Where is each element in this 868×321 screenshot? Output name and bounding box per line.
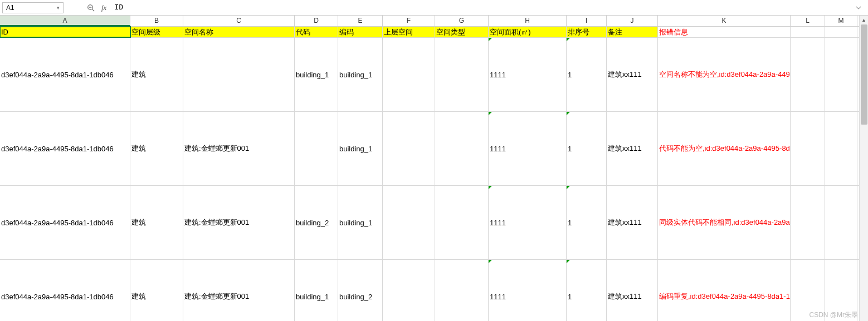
zoom-out-icon[interactable] xyxy=(86,3,96,13)
error-indicator-icon xyxy=(567,186,570,189)
data-cell[interactable] xyxy=(825,38,857,111)
name-box[interactable]: A1 ▾ xyxy=(2,2,64,13)
data-cell[interactable]: 空间名称不能为空,id:d3ef044a-2a9a-4495-8da1-1db0… xyxy=(658,38,791,111)
data-cell[interactable]: 建筑 xyxy=(130,186,183,259)
data-cell[interactable] xyxy=(435,260,489,321)
column-header-C[interactable]: C xyxy=(183,16,295,26)
cell-text: 编码 xyxy=(339,27,354,37)
cell-text: d3ef044a-2a9a-4495-8da1-1db046 xyxy=(1,71,114,79)
data-cell[interactable]: 建筑xx111 xyxy=(607,260,658,321)
column-header-H[interactable]: H xyxy=(489,16,567,26)
data-cell[interactable]: 1111 xyxy=(489,38,567,111)
data-cell[interactable]: d3ef044a-2a9a-4495-8da1-1db046 xyxy=(0,186,130,259)
header-cell[interactable]: 备注 xyxy=(607,27,658,37)
cell-text: 建筑xx111 xyxy=(608,144,642,154)
data-cell[interactable]: building_1 xyxy=(295,260,338,321)
table-row: d3ef044a-2a9a-4495-8da1-1db046建筑建筑:金螳螂更新… xyxy=(0,260,859,321)
fx-label[interactable]: fx xyxy=(101,3,106,12)
formula-expand-icon[interactable] xyxy=(854,3,864,13)
cell-text: 建筑:金螳螂更新001 xyxy=(184,292,249,302)
data-cell[interactable]: 编码重复,id:d3ef044a-2a9a-4495-8da1-1db04e13… xyxy=(658,260,791,321)
data-cell[interactable] xyxy=(435,112,489,185)
data-cell[interactable] xyxy=(435,186,489,259)
data-cell[interactable]: d3ef044a-2a9a-4495-8da1-1db046 xyxy=(0,38,130,111)
data-cell[interactable]: 1111 xyxy=(489,260,567,321)
cell-text: 空间名称 xyxy=(184,27,213,37)
data-cell[interactable] xyxy=(825,186,857,259)
column-header-B[interactable]: B xyxy=(130,16,183,26)
header-cell[interactable]: 上层空间 xyxy=(383,27,435,37)
vertical-scrollbar[interactable]: ▲ xyxy=(859,16,868,321)
data-cell[interactable]: 代码不能为空,id:d3ef044a-2a9a-4495-8da1-1db04e… xyxy=(658,112,791,185)
column-header-E[interactable]: E xyxy=(338,16,383,26)
data-cell[interactable]: 1111 xyxy=(489,112,567,185)
scroll-thumb[interactable] xyxy=(861,24,867,125)
data-cell[interactable]: 建筑xx111 xyxy=(607,38,658,111)
header-cell[interactable]: 空间名称 xyxy=(183,27,295,37)
data-cell[interactable]: 建筑xx111 xyxy=(607,112,658,185)
header-cell[interactable]: 报错信息 xyxy=(658,27,791,37)
column-headers: ABCDEFGHIJKLM xyxy=(0,16,859,27)
data-cell[interactable]: 建筑:金螳螂更新001 xyxy=(183,186,295,259)
data-cell[interactable]: 1 xyxy=(567,260,607,321)
column-header-K[interactable]: K xyxy=(658,16,791,26)
data-cell[interactable] xyxy=(791,112,825,185)
column-header-A[interactable]: A xyxy=(0,16,130,26)
data-cell[interactable]: 建筑 xyxy=(130,38,183,111)
scroll-up-icon[interactable]: ▲ xyxy=(860,16,868,24)
data-cell[interactable] xyxy=(183,38,295,111)
header-cell[interactable]: 空间面积(㎡) xyxy=(489,27,567,37)
column-header-L[interactable]: L xyxy=(791,16,825,26)
data-cell[interactable]: 建筑:金螳螂更新001 xyxy=(183,112,295,185)
data-cell[interactable] xyxy=(295,112,338,185)
data-cell[interactable] xyxy=(791,186,825,259)
data-cell[interactable] xyxy=(825,112,857,185)
cell-text: d3ef044a-2a9a-4495-8da1-1db046 xyxy=(1,145,114,153)
data-cell[interactable]: 同级实体代码不能相同,id:d3ef044a-2a9a-4495-8da1-1d… xyxy=(658,186,791,259)
data-cell[interactable] xyxy=(383,186,435,259)
cell-text: 1111 xyxy=(490,293,506,301)
cell-text: building_1 xyxy=(296,293,329,301)
column-header-G[interactable]: G xyxy=(435,16,489,26)
data-cell[interactable]: 建筑 xyxy=(130,260,183,321)
data-cell[interactable]: building_1 xyxy=(338,186,383,259)
data-cell[interactable] xyxy=(435,38,489,111)
header-cell[interactable]: 排序号 xyxy=(567,27,607,37)
header-cell[interactable]: 编码 xyxy=(338,27,383,37)
header-cell[interactable]: ID xyxy=(0,27,130,37)
data-cell[interactable]: building_2 xyxy=(338,260,383,321)
cell-text: 建筑 xyxy=(131,292,146,302)
data-cell[interactable] xyxy=(383,260,435,321)
data-cell[interactable]: building_2 xyxy=(295,186,338,259)
column-header-F[interactable]: F xyxy=(383,16,435,26)
data-cell[interactable] xyxy=(383,112,435,185)
column-header-M[interactable]: M xyxy=(825,16,857,26)
column-header-I[interactable]: I xyxy=(567,16,607,26)
cell-text: 1 xyxy=(568,293,572,301)
data-cell[interactable]: 建筑xx111 xyxy=(607,186,658,259)
data-cell[interactable]: building_1 xyxy=(295,38,338,111)
data-cell[interactable]: 1 xyxy=(567,112,607,185)
data-cell[interactable] xyxy=(383,38,435,111)
data-cell[interactable]: building_1 xyxy=(338,112,383,185)
data-cell[interactable]: d3ef044a-2a9a-4495-8da1-1db046 xyxy=(0,112,130,185)
column-header-J[interactable]: J xyxy=(607,16,658,26)
header-cell[interactable] xyxy=(825,27,857,37)
data-cell[interactable]: 建筑:金螳螂更新001 xyxy=(183,260,295,321)
data-cell[interactable]: building_1 xyxy=(338,38,383,111)
cell-text: building_1 xyxy=(296,71,329,79)
header-cell[interactable]: 空间类型 xyxy=(435,27,489,37)
formula-input[interactable] xyxy=(112,2,854,13)
data-cell[interactable]: 1111 xyxy=(489,186,567,259)
column-header-D[interactable]: D xyxy=(295,16,338,26)
data-cell[interactable]: 1 xyxy=(567,186,607,259)
error-indicator-icon xyxy=(567,38,570,41)
data-cell[interactable]: 建筑 xyxy=(130,112,183,185)
header-cell[interactable] xyxy=(791,27,825,37)
data-cell[interactable]: 1 xyxy=(567,38,607,111)
data-cell[interactable] xyxy=(791,38,825,111)
header-cell[interactable]: 空间层级 xyxy=(130,27,183,37)
svg-line-1 xyxy=(92,9,95,11)
data-cell[interactable]: d3ef044a-2a9a-4495-8da1-1db046 xyxy=(0,260,130,321)
header-cell[interactable]: 代码 xyxy=(295,27,338,37)
